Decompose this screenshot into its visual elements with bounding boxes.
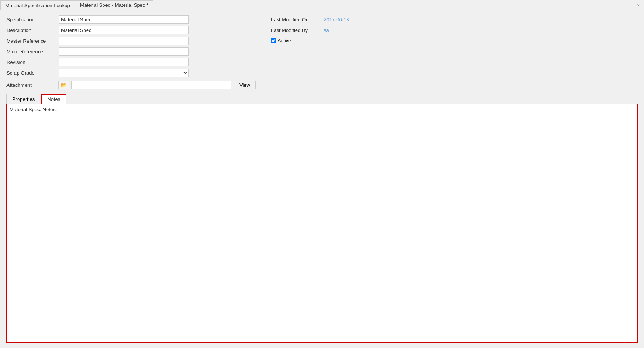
attachment-input[interactable] bbox=[71, 81, 231, 89]
revision-row: Revision bbox=[6, 57, 256, 67]
revision-input[interactable] bbox=[59, 58, 189, 66]
tab-material-spec-lookup[interactable]: Material Specification Lookup bbox=[0, 0, 75, 10]
description-input[interactable] bbox=[59, 26, 189, 34]
left-form: Specification Description Master Referen… bbox=[6, 15, 256, 89]
active-label: Active bbox=[278, 38, 291, 43]
tab-content-area: Properties Notes Material Spec. Notes. bbox=[6, 94, 638, 343]
tab-notes[interactable]: Notes bbox=[41, 94, 66, 104]
description-row: Description bbox=[6, 26, 256, 35]
panel-tabs: Properties Notes bbox=[6, 94, 638, 104]
tab-material-spec[interactable]: Material Spec - Material Spec * bbox=[75, 0, 153, 10]
last-modified-by-value: sa bbox=[324, 27, 329, 33]
master-reference-row: Master Reference bbox=[6, 36, 256, 45]
main-content: Specification Description Master Referen… bbox=[0, 10, 644, 348]
last-modified-on-row: Last Modified On 2017-06-13 bbox=[271, 15, 349, 24]
revision-label: Revision bbox=[6, 59, 56, 65]
scrap-grade-label: Scrap Grade bbox=[6, 70, 56, 76]
active-checkbox-container: Active bbox=[271, 38, 291, 43]
notes-panel[interactable]: Material Spec. Notes. bbox=[6, 104, 638, 343]
folder-icon: 📂 bbox=[61, 82, 67, 88]
minor-reference-input[interactable] bbox=[59, 47, 189, 56]
attachment-row: Attachment 📂 View bbox=[6, 80, 256, 89]
main-window: Material Specification Lookup Material S… bbox=[0, 0, 644, 348]
last-modified-on-label: Last Modified On bbox=[271, 17, 321, 22]
last-modified-by-label: Last Modified By bbox=[271, 27, 321, 33]
last-modified-on-value: 2017-06-13 bbox=[324, 17, 349, 22]
minor-reference-label: Minor Reference bbox=[6, 49, 56, 54]
scrap-grade-select[interactable]: Option 1 Option 2 bbox=[59, 69, 189, 77]
master-reference-label: Master Reference bbox=[6, 38, 56, 44]
description-label: Description bbox=[6, 27, 56, 33]
scrap-grade-row: Scrap Grade Option 1 Option 2 bbox=[6, 68, 256, 77]
master-reference-input[interactable] bbox=[59, 37, 189, 45]
close-button[interactable]: × bbox=[634, 2, 642, 9]
last-modified-by-row: Last Modified By sa bbox=[271, 26, 349, 35]
active-row: Active bbox=[271, 38, 349, 43]
active-checkbox[interactable] bbox=[271, 38, 276, 43]
notes-content: Material Spec. Notes. bbox=[10, 107, 57, 112]
specification-input[interactable] bbox=[59, 15, 189, 24]
right-form: Last Modified On 2017-06-13 Last Modifie… bbox=[271, 15, 349, 89]
title-bar: Material Specification Lookup Material S… bbox=[0, 0, 644, 10]
minor-reference-row: Minor Reference bbox=[6, 47, 256, 56]
folder-button[interactable]: 📂 bbox=[58, 81, 69, 89]
attachment-label: Attachment bbox=[6, 82, 56, 88]
specification-row: Specification bbox=[6, 15, 256, 24]
view-button[interactable]: View bbox=[234, 81, 256, 89]
tab-properties[interactable]: Properties bbox=[6, 94, 40, 104]
form-area: Specification Description Master Referen… bbox=[6, 15, 638, 89]
specification-label: Specification bbox=[6, 17, 56, 22]
